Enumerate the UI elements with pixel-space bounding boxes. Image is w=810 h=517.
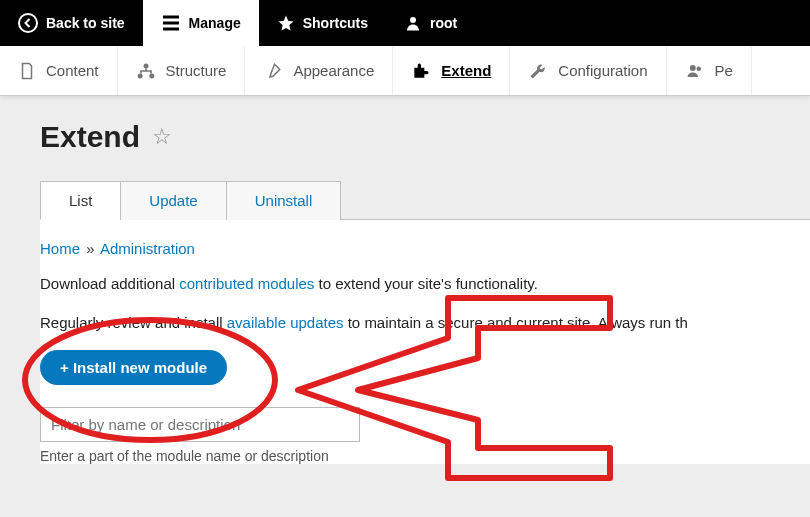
filter-input[interactable]: [40, 407, 360, 442]
tab-uninstall[interactable]: Uninstall: [226, 181, 342, 220]
admin-appearance[interactable]: Appearance: [245, 46, 393, 95]
admin-structure-label: Structure: [166, 62, 227, 79]
toolbar: Back to site Manage Shortcuts root: [0, 0, 810, 46]
people-icon: [685, 62, 705, 80]
page-title-row: Extend ☆: [40, 120, 810, 154]
install-new-module-button[interactable]: + Install new module: [40, 350, 227, 385]
content-area: Home » Administration Download additiona…: [40, 220, 810, 464]
manage-button[interactable]: Manage: [143, 0, 259, 46]
tab-update[interactable]: Update: [120, 181, 226, 220]
admin-menu: Content Structure Appearance Extend Conf…: [0, 46, 810, 96]
svg-point-1: [410, 17, 416, 23]
breadcrumb-sep: »: [84, 240, 96, 257]
admin-structure[interactable]: Structure: [118, 46, 246, 95]
breadcrumb-home[interactable]: Home: [40, 240, 80, 257]
intro-paragraph-1: Download additional contributed modules …: [40, 273, 810, 296]
svg-point-2: [143, 63, 148, 68]
shortcuts-label: Shortcuts: [303, 15, 368, 31]
favorite-star-icon[interactable]: ☆: [152, 124, 172, 150]
admin-content[interactable]: Content: [0, 46, 118, 95]
back-to-site-button[interactable]: Back to site: [0, 0, 143, 46]
tab-list[interactable]: List: [40, 181, 121, 220]
tabs: List Update Uninstall: [40, 180, 810, 220]
p2-text-a: Regularly review and install: [40, 314, 227, 331]
back-to-site-label: Back to site: [46, 15, 125, 31]
admin-content-label: Content: [46, 62, 99, 79]
p1-text-b: to extend your site's functionality.: [314, 275, 538, 292]
svg-point-0: [19, 14, 37, 32]
back-arrow-icon: [18, 13, 38, 33]
hamburger-icon: [161, 13, 181, 33]
user-icon: [404, 14, 422, 32]
intro-paragraph-2: Regularly review and install available u…: [40, 312, 810, 335]
page-title: Extend: [40, 120, 140, 154]
admin-people-label: Pe: [715, 62, 733, 79]
admin-configuration-label: Configuration: [558, 62, 647, 79]
user-label: root: [430, 15, 457, 31]
svg-point-6: [696, 66, 701, 71]
admin-configuration[interactable]: Configuration: [510, 46, 666, 95]
admin-extend-label: Extend: [441, 62, 491, 79]
document-icon: [18, 62, 36, 80]
p2-text-b: to maintain a secure and current site. A…: [344, 314, 688, 331]
svg-point-4: [149, 73, 154, 78]
breadcrumb-admin[interactable]: Administration: [100, 240, 195, 257]
manage-label: Manage: [189, 15, 241, 31]
p1-text-a: Download additional: [40, 275, 179, 292]
svg-point-5: [689, 65, 695, 71]
hierarchy-icon: [136, 62, 156, 80]
admin-people[interactable]: Pe: [667, 46, 752, 95]
page-region: Extend ☆ List Update Uninstall Home » Ad…: [0, 96, 810, 464]
shortcuts-button[interactable]: Shortcuts: [259, 0, 386, 46]
svg-point-3: [137, 73, 142, 78]
admin-appearance-label: Appearance: [293, 62, 374, 79]
breadcrumb: Home » Administration: [40, 240, 810, 257]
contributed-modules-link[interactable]: contributed modules: [179, 275, 314, 292]
available-updates-link[interactable]: available updates: [227, 314, 344, 331]
user-button[interactable]: root: [386, 0, 475, 46]
puzzle-icon: [411, 61, 431, 81]
admin-extend[interactable]: Extend: [393, 46, 510, 95]
paintbrush-icon: [263, 62, 283, 80]
filter-help-text: Enter a part of the module name or descr…: [40, 448, 810, 464]
star-icon: [277, 14, 295, 32]
wrench-icon: [528, 62, 548, 80]
